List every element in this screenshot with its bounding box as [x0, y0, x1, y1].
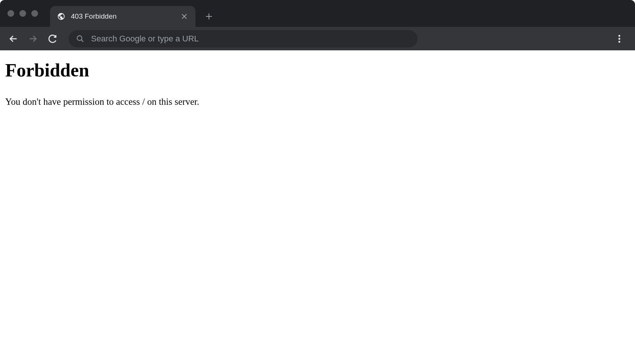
- browser-menu-button[interactable]: [611, 31, 628, 47]
- error-message: You don't have permission to access / on…: [5, 95, 630, 108]
- globe-icon: [57, 12, 66, 21]
- plus-icon: [205, 13, 213, 20]
- window-close-button[interactable]: [7, 10, 14, 17]
- svg-point-10: [619, 41, 620, 43]
- browser-chrome: 403 Forbidden: [0, 0, 635, 50]
- back-button[interactable]: [5, 31, 22, 47]
- search-icon: [76, 35, 84, 43]
- window-controls: [7, 10, 38, 17]
- page-content: Forbidden You don't have permission to a…: [0, 50, 635, 113]
- error-heading: Forbidden: [5, 59, 630, 81]
- close-icon: [181, 13, 187, 19]
- reload-icon: [47, 34, 57, 44]
- arrow-right-icon: [28, 34, 38, 44]
- svg-line-7: [81, 40, 84, 42]
- kebab-menu-icon: [618, 34, 620, 43]
- svg-point-8: [619, 35, 620, 37]
- forward-button[interactable]: [25, 31, 41, 47]
- tab-close-button[interactable]: [180, 12, 189, 21]
- arrow-left-icon: [9, 34, 18, 44]
- address-bar[interactable]: [69, 30, 417, 47]
- tab-title: 403 Forbidden: [71, 12, 180, 21]
- browser-tab[interactable]: 403 Forbidden: [50, 6, 195, 27]
- reload-button[interactable]: [44, 31, 60, 47]
- window-maximize-button[interactable]: [31, 10, 38, 17]
- svg-point-9: [619, 38, 620, 40]
- titlebar: 403 Forbidden: [0, 0, 635, 27]
- window-minimize-button[interactable]: [19, 10, 26, 17]
- new-tab-button[interactable]: [201, 9, 216, 24]
- svg-point-6: [77, 35, 82, 40]
- address-input[interactable]: [91, 34, 410, 44]
- toolbar: [0, 27, 635, 50]
